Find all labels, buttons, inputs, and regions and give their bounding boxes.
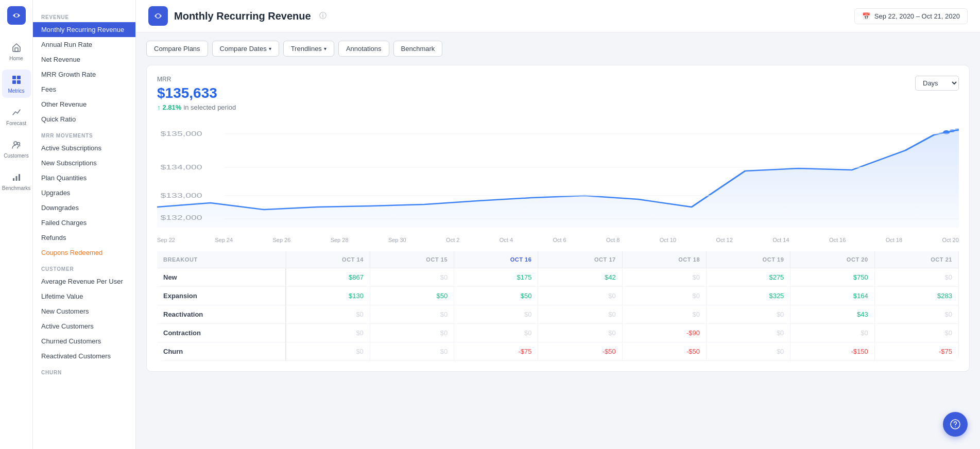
annotations-label: Annotations <box>346 45 382 53</box>
svg-rect-5 <box>17 80 21 84</box>
x-label-12: Oct 16 <box>829 237 846 243</box>
nav-item-quick-ratio[interactable]: Quick Ratio <box>33 112 135 127</box>
new-oct16: $175 <box>454 268 538 287</box>
sidebar-item-customers[interactable]: Customers <box>2 134 31 163</box>
svg-point-13 <box>955 426 956 427</box>
chart-card: MRR $135,633 ↑ 2.81% in selected period … <box>146 65 970 372</box>
nav-item-reactivated-customers[interactable]: Reactivated Customers <box>33 349 135 364</box>
churn-oct14: $0 <box>286 342 370 361</box>
days-select[interactable]: Days Weeks Months <box>915 76 959 91</box>
nav-section-revenue: Revenue <box>33 8 135 22</box>
nav-item-coupons[interactable]: Coupons Redeemed <box>33 245 135 260</box>
help-button[interactable] <box>943 412 968 437</box>
row-label-new: New <box>157 268 286 287</box>
toolbar: Compare Plans Compare Dates ▾ Trendlines… <box>146 41 970 57</box>
compare-plans-button[interactable]: Compare Plans <box>146 41 208 57</box>
nav-item-refunds[interactable]: Refunds <box>33 230 135 245</box>
x-label-0: Sep 22 <box>157 237 175 243</box>
benchmark-button[interactable]: Benchmark <box>393 41 443 57</box>
trendlines-button[interactable]: Trendlines ▾ <box>283 41 334 57</box>
x-label-13: Oct 18 <box>886 237 902 243</box>
sidebar-item-benchmarks[interactable]: Benchmarks <box>2 167 31 195</box>
svg-rect-2 <box>12 76 16 79</box>
nav-item-upgrades[interactable]: Upgrades <box>33 185 135 200</box>
header-left: Monthly Recurring Revenue ⓘ <box>148 6 326 26</box>
main-content: Monthly Recurring Revenue ⓘ 📅 Sep 22, 20… <box>136 0 980 449</box>
nav-item-downgrades[interactable]: Downgrades <box>33 200 135 215</box>
mrr-change: ↑ 2.81% in selected period <box>157 103 236 111</box>
nav-item-active-customers[interactable]: Active Customers <box>33 319 135 334</box>
sidebar-forecast-label: Forecast <box>6 120 26 126</box>
col-header-oct19: OCT 19 <box>707 251 790 268</box>
compare-dates-chevron: ▾ <box>269 46 271 51</box>
col-header-oct18: OCT 18 <box>622 251 706 268</box>
annotations-button[interactable]: Annotations <box>338 41 389 57</box>
y-label-132000: $132,000 <box>160 214 202 221</box>
nav-item-active-subs[interactable]: Active Subscriptions <box>33 141 135 156</box>
svg-point-7 <box>17 143 20 145</box>
x-label-6: Oct 4 <box>500 237 513 243</box>
svg-rect-4 <box>12 80 16 84</box>
date-range-text: Sep 22, 2020 – Oct 21, 2020 <box>874 12 960 20</box>
nav-item-new-subs[interactable]: New Subscriptions <box>33 156 135 170</box>
chart-stats: MRR $135,633 ↑ 2.81% in selected period <box>157 76 236 119</box>
cont-oct20: $0 <box>790 324 874 342</box>
info-icon[interactable]: ⓘ <box>319 11 326 21</box>
exp-oct15: $50 <box>370 287 454 305</box>
cont-oct16: $0 <box>454 324 538 342</box>
new-oct19: $275 <box>707 268 790 287</box>
sidebar-metrics-label: Metrics <box>8 88 24 94</box>
reac-oct21: $0 <box>874 305 958 324</box>
cont-oct19: $0 <box>707 324 790 342</box>
reac-oct16: $0 <box>454 305 538 324</box>
new-oct21: $0 <box>874 268 958 287</box>
col-header-oct20: OCT 20 <box>790 251 874 268</box>
nav-item-plan-quantities[interactable]: Plan Quantities <box>33 170 135 185</box>
nav-item-new-customers[interactable]: New Customers <box>33 304 135 319</box>
nav-section-churn: Churn <box>33 364 135 377</box>
nav-item-mrr[interactable]: Monthly Recurring Revenue <box>33 22 135 37</box>
nav-item-ltv[interactable]: Lifetime Value <box>33 289 135 304</box>
top-header: Monthly Recurring Revenue ⓘ 📅 Sep 22, 20… <box>136 0 980 32</box>
svg-rect-10 <box>19 174 20 181</box>
x-label-8: Oct 8 <box>606 237 620 243</box>
cont-oct18: -$90 <box>622 324 706 342</box>
page-title: Monthly Recurring Revenue <box>174 10 311 22</box>
nav-item-mrr-growth[interactable]: MRR Growth Rate <box>33 67 135 82</box>
y-label-134000: $134,000 <box>160 164 202 170</box>
nav-item-arr[interactable]: Annual Run Rate <box>33 37 135 52</box>
app-logo[interactable] <box>7 6 26 25</box>
x-label-3: Sep 28 <box>331 237 349 243</box>
x-label-4: Sep 30 <box>388 237 406 243</box>
compare-plans-label: Compare Plans <box>154 45 200 53</box>
chart-header: MRR $135,633 ↑ 2.81% in selected period … <box>157 76 959 119</box>
row-label-reactivation: Reactivation <box>157 305 286 324</box>
nav-item-other-revenue[interactable]: Other Revenue <box>33 97 135 112</box>
row-label-expansion: Expansion <box>157 287 286 305</box>
sidebar-item-metrics[interactable]: Metrics <box>2 70 31 98</box>
mrr-chart: $135,000 $134,000 $133,000 $132,000 <box>157 119 959 233</box>
table-row-new: New $867 $0 $175 $42 $0 $275 $750 $0 <box>157 268 959 287</box>
y-label-133000: $133,000 <box>160 192 202 199</box>
nav-item-churned-customers[interactable]: Churned Customers <box>33 334 135 349</box>
nav-item-net-revenue[interactable]: Net Revenue <box>33 52 135 67</box>
compare-dates-label: Compare Dates <box>220 45 267 53</box>
nav-item-fees[interactable]: Fees <box>33 82 135 97</box>
churn-oct15: $0 <box>370 342 454 361</box>
sidebar-item-home[interactable]: Home <box>2 37 31 65</box>
nav-item-arpu[interactable]: Average Revenue Per User <box>33 274 135 289</box>
content-area: Compare Plans Compare Dates ▾ Trendlines… <box>136 32 980 449</box>
churn-oct18: -$50 <box>622 342 706 361</box>
compare-dates-button[interactable]: Compare Dates ▾ <box>212 41 279 57</box>
row-label-contraction: Contraction <box>157 324 286 342</box>
col-header-oct15: OCT 15 <box>370 251 454 268</box>
sidebar-item-forecast[interactable]: Forecast <box>2 102 31 130</box>
svg-point-6 <box>14 142 17 145</box>
date-range-button[interactable]: 📅 Sep 22, 2020 – Oct 21, 2020 <box>854 8 968 24</box>
mrr-change-suffix: in selected period <box>183 103 236 111</box>
x-label-10: Oct 12 <box>716 237 732 243</box>
nav-item-failed-charges[interactable]: Failed Charges <box>33 215 135 230</box>
table-row-reactivation: Reactivation $0 $0 $0 $0 $0 $0 $43 $0 <box>157 305 959 324</box>
chart-area-fill <box>157 130 959 228</box>
svg-rect-1 <box>15 48 18 51</box>
